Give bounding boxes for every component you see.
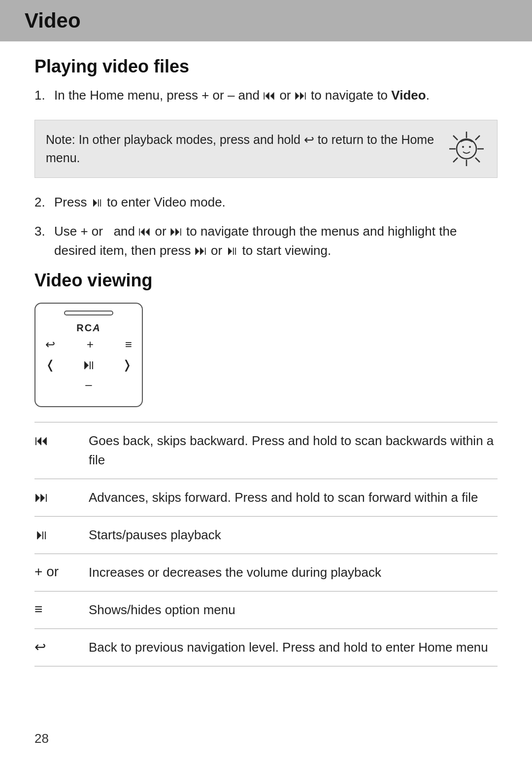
symbol-prev: ⏮ [34,431,89,449]
step-1-number: 1. [34,86,54,105]
page-header: Video [0,0,532,41]
symbol-menu: ≡ [34,600,89,617]
prev-button-icon: ❬ [45,358,55,372]
svg-line-4 [453,136,458,140]
section2-title: Video viewing [34,270,498,291]
play-button-icon: ⏯ [82,356,96,373]
svg-line-6 [475,136,480,140]
table-row-back: ↩ Back to previous navigation level. Pre… [34,628,498,666]
plus-button-icon: + [87,338,94,351]
desc-back: Back to previous navigation level. Press… [89,638,498,657]
reference-table: ⏮ Goes back, skips backward. Press and h… [34,422,498,666]
step-2: 2. Press ⏯ to enter Video mode. [34,193,498,212]
step-1: 1. In the Home menu, press + or – and ⏮ … [34,86,498,105]
table-row-menu: ≡ Shows/hides option menu [34,591,498,628]
section1-title: Playing video files [34,56,498,77]
page-number: 28 [34,731,49,746]
symbol-back: ↩ [34,638,89,655]
step-1-text: In the Home menu, press + or – and ⏮ or … [54,86,430,105]
svg-line-5 [475,158,480,162]
svg-point-9 [462,146,464,148]
page-title: Video [25,9,507,33]
desc-volume: Increases or decreases the volume during… [89,563,498,582]
step-2-text: Press ⏯ to enter Video mode. [54,193,226,212]
device-row-3: – [45,378,132,391]
symbol-next: ⏭ [34,488,89,505]
menu-button-icon: ≡ [125,338,132,351]
step-3-text: Use + or and ⏮ or ⏭ to navigate through … [54,222,498,260]
table-row-play: ⏯ Starts/pauses playback [34,516,498,554]
device-brand: RCA [45,322,132,334]
symbol-volume: + or [34,563,89,580]
table-row-next: ⏭ Advances, skips forward. Press and hol… [34,479,498,516]
note-icon [447,129,486,169]
step-3-number: 3. [34,222,54,241]
note-text: Note: In other playback modes, press and… [46,131,437,168]
back-button-icon: ↩ [45,338,55,351]
device-row-2: ❬ ⏯ ❭ [45,356,132,373]
symbol-play: ⏯ [34,525,89,543]
table-row-prev: ⏮ Goes back, skips backward. Press and h… [34,422,498,479]
desc-play: Starts/pauses playback [89,525,498,545]
svg-line-7 [453,158,458,162]
note-box: Note: In other playback modes, press and… [34,120,498,178]
desc-menu: Shows/hides option menu [89,600,498,620]
device-top-bar [64,311,113,315]
svg-point-10 [469,146,471,148]
desc-next: Advances, skips forward. Press and hold … [89,488,498,507]
step-2-number: 2. [34,193,54,212]
minus-button-icon: – [45,378,132,391]
desc-prev: Goes back, skips backward. Press and hol… [89,431,498,470]
device-diagram: RCA ↩ + ≡ ❬ ⏯ ❭ – [34,303,143,407]
main-content: Playing video files 1. In the Home menu,… [0,56,532,666]
table-row-volume: + or Increases or decreases the volume d… [34,554,498,591]
step-3: 3. Use + or and ⏮ or ⏭ to navigate throu… [34,222,498,260]
svg-point-8 [457,139,476,159]
device-row-1: ↩ + ≡ [45,338,132,351]
next-button-icon: ❭ [122,358,132,372]
